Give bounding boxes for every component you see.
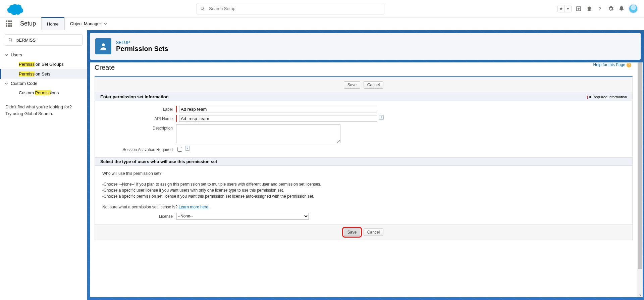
required-bar [176, 106, 177, 112]
api-name-input[interactable] [179, 115, 377, 122]
sidebar-cat-users[interactable]: Users [0, 50, 87, 59]
svg-point-1 [102, 43, 105, 46]
highlight: Permiss [19, 71, 35, 77]
star-icon: ★ [558, 5, 565, 12]
who-question: Who will use this permission set? [95, 169, 632, 178]
not-found-line1: Didn't find what you're looking for? [5, 104, 82, 110]
classic-content: Help for this Page? Create Save Cancel E… [90, 62, 637, 297]
info-icon[interactable]: i [185, 146, 190, 151]
quick-find-input[interactable] [16, 37, 79, 43]
learn-more-link[interactable]: Learn more here. [178, 205, 209, 209]
sidebar-item-permission-set-groups[interactable]: Permission Set Groups [0, 59, 87, 69]
sidebar-cat-users-label: Users [11, 52, 22, 57]
sidebar-item-permission-sets[interactable]: Permission Sets [0, 69, 87, 79]
label: API Name [100, 115, 176, 121]
guidance-line: -Choose a specific user license if you w… [102, 187, 625, 193]
guidance-line: -Choose a specific permission set licens… [102, 193, 625, 199]
cancel-button[interactable]: Cancel [364, 81, 383, 89]
row-api-name: API Name i [95, 114, 632, 123]
section-title: Enter permission set information [100, 94, 169, 99]
chevron-down-icon: ▾ [565, 5, 571, 12]
search-icon [200, 6, 205, 11]
required-bar [176, 115, 177, 122]
license-select[interactable]: --None-- [176, 213, 309, 219]
save-button[interactable]: Save [344, 229, 360, 236]
search-icon [8, 38, 13, 42]
section-body-info: Label API Name i Description Session [95, 101, 632, 157]
button-row-bottom: Save Cancel [95, 224, 632, 240]
description-input[interactable] [176, 124, 340, 143]
section-header-users: Select the type of users who will use th… [95, 157, 632, 166]
sidebar-cat-custom-code[interactable]: Custom Code [0, 79, 87, 88]
gear-icon[interactable] [607, 5, 614, 12]
page-title: Permission Sets [116, 45, 168, 53]
tab-object-manager-label: Object Manager [70, 21, 101, 26]
global-header: ★ ▾ ? [0, 0, 644, 17]
tab-home-label: Home [47, 21, 59, 27]
row-description: Description [95, 123, 632, 145]
save-button[interactable]: Save [344, 81, 360, 89]
form-panel: Save Cancel Enter permission set informa… [95, 76, 633, 240]
help-for-this-page[interactable]: Help for this Page? [593, 62, 631, 67]
svg-text:?: ? [599, 6, 601, 11]
highlight: Permiss [35, 90, 51, 95]
app-launcher-icon[interactable] [3, 18, 15, 30]
label-input[interactable] [179, 106, 377, 112]
avatar[interactable] [629, 4, 638, 13]
guidance: -Choose '--None--' if you plan to assign… [95, 178, 632, 201]
page-eyebrow: SETUP [116, 40, 168, 45]
permission-sets-icon [95, 38, 111, 54]
label: Description [100, 124, 176, 131]
classic-frame: Help for this Page? Create Save Cancel E… [90, 62, 643, 297]
page-header: SETUP Permission Sets [90, 33, 641, 60]
header-actions: ★ ▾ ? [557, 4, 641, 13]
tab-object-manager[interactable]: Object Manager [64, 17, 113, 30]
scrollbar[interactable]: ▴ ▾ [637, 62, 643, 297]
row-session-activation: Session Activation Required i [95, 145, 632, 154]
label: Session Activation Required [100, 146, 176, 152]
label: License [100, 213, 176, 219]
classic-title: Create [95, 62, 633, 76]
global-search[interactable] [197, 3, 384, 14]
help-link-label: Help for this Page [593, 62, 625, 67]
app-nav: Setup Home Object Manager [0, 17, 644, 30]
learn-more-prefix: Not sure what a permission set license i… [102, 205, 178, 209]
salesforce-help-icon[interactable] [586, 5, 593, 12]
chevron-down-icon [104, 22, 107, 26]
plus-icon[interactable] [575, 5, 582, 12]
tab-home[interactable]: Home [41, 17, 64, 30]
scroll-down-icon[interactable]: ▾ [637, 293, 643, 297]
sidebar-item-label: ion Set Groups [35, 62, 64, 67]
global-search-wrap [26, 3, 555, 14]
section-body-users: Who will use this permission set? -Choos… [95, 166, 632, 224]
cancel-button[interactable]: Cancel [364, 229, 383, 236]
button-row-top: Save Cancel [95, 77, 632, 93]
chevron-down-icon [5, 53, 8, 57]
global-search-input[interactable] [208, 6, 381, 11]
sidebar-item-label: Custom [19, 90, 35, 95]
not-found-hint: Didn't find what you're looking for? Try… [0, 98, 87, 123]
salesforce-logo[interactable] [5, 3, 23, 15]
app-name: Setup [15, 20, 41, 27]
section-header-info: Enter permission set information |= Requ… [95, 93, 632, 101]
question-icon[interactable]: ? [596, 5, 604, 12]
sidebar-item-custom-permissions[interactable]: Custom Permissions [0, 88, 87, 98]
section-title: Select the type of users who will use th… [100, 159, 217, 164]
not-found-line2: Try using Global Search. [5, 110, 82, 117]
sidebar-item-label: ion Sets [35, 71, 50, 77]
bell-icon[interactable] [618, 5, 625, 12]
label: Label [100, 106, 176, 112]
favorites-toggle[interactable]: ★ ▾ [557, 5, 572, 12]
session-activation-checkbox[interactable] [177, 147, 182, 152]
quick-find[interactable] [5, 34, 83, 46]
setup-sidebar: Users Permission Set Groups Permission S… [0, 30, 87, 300]
layout: Users Permission Set Groups Permission S… [0, 30, 644, 300]
highlight: Permiss [19, 62, 35, 67]
content: SETUP Permission Sets Help for this Page… [87, 30, 644, 300]
info-icon[interactable]: i [379, 115, 384, 120]
learn-more-line: Not sure what a permission set license i… [95, 201, 632, 211]
row-label: Label [95, 104, 632, 114]
sidebar-cat-custom-code-label: Custom Code [11, 81, 37, 86]
row-license: License --None-- [95, 211, 632, 221]
scrollbar-thumb[interactable] [638, 62, 642, 269]
